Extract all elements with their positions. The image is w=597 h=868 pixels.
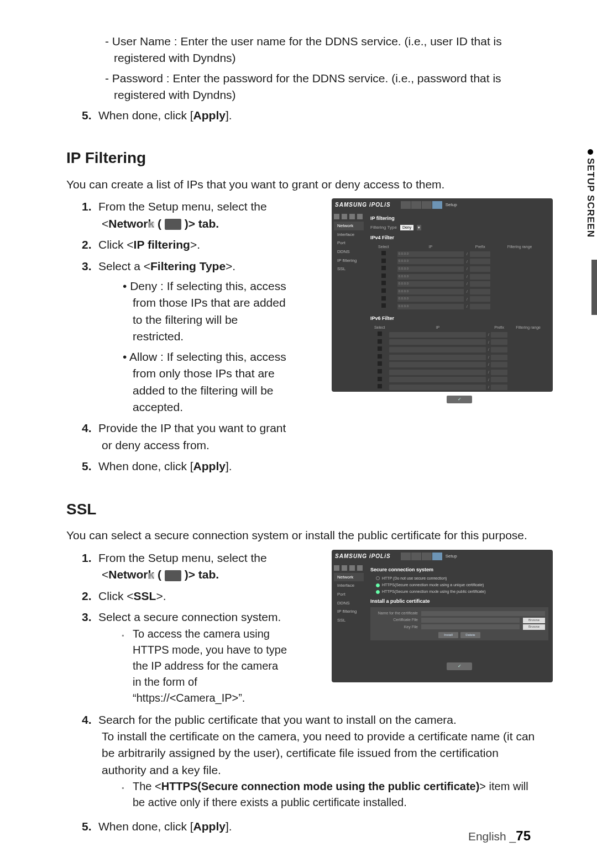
ipf-step3: 3.Select a <Filtering Type>. • Deny : If… bbox=[82, 258, 287, 416]
dash-password: - Password : Enter the password for the … bbox=[105, 70, 542, 104]
fig2-apply-button: ✓ bbox=[447, 662, 472, 670]
fig1-ipv4-table: SelectIPPrefixFiltering range 0.0.0.0/ 0… bbox=[370, 244, 548, 311]
footer-page-number: 75 bbox=[516, 828, 531, 843]
fig2-side-network: Network bbox=[334, 573, 364, 582]
side-tab-dot-icon bbox=[588, 149, 593, 155]
fig1-ftype-label: Filtering Type bbox=[370, 224, 397, 231]
fig1-dropdown-icon: ▾ bbox=[417, 225, 421, 230]
fig1-apply-button: ✓ bbox=[447, 396, 472, 403]
ssl-step4-note: The <HTTPS(Secure connection mode using … bbox=[122, 778, 542, 811]
side-thumb-index-stub bbox=[591, 260, 597, 315]
fig2-setup-label: Setup bbox=[446, 553, 457, 560]
ipf-step2: 2.Click <IP filtering>. bbox=[82, 236, 287, 253]
fig1-ipv6-table: SelectIPPrefixFiltering range / / / / / … bbox=[370, 324, 548, 391]
page-footer: English _75 bbox=[468, 827, 531, 846]
network-icon bbox=[165, 570, 181, 581]
ssl-intro: You can select a secure connection syste… bbox=[66, 527, 542, 544]
dash-username: - User Name : Enter the user name for th… bbox=[105, 33, 542, 67]
ssl-step3: 3.Select a secure connection system. To … bbox=[82, 609, 287, 706]
heading-ip-filtering: IP Filtering bbox=[66, 147, 542, 170]
fig2-sec1: Secure connection system bbox=[370, 566, 548, 574]
fig1-tabicons bbox=[401, 201, 442, 209]
ipfiltering-intro: You can create a list of IPs that you wa… bbox=[66, 176, 542, 193]
fig2-logo: SAMSUNG iPOLiS bbox=[335, 553, 391, 561]
ssl-step3-note: To access the camera using HTTPS mode, y… bbox=[122, 626, 287, 706]
fig1-title: IP filtering bbox=[370, 215, 548, 222]
ssl-steps: 1.From the Setup menu, select the <Netwo… bbox=[66, 550, 287, 706]
top-continuation: - User Name : Enter the user name for th… bbox=[66, 33, 542, 124]
footer-lang: English _ bbox=[468, 830, 516, 843]
fig1-logo: SAMSUNG iPOLiS bbox=[335, 201, 391, 209]
fig1-ipv6-label: IPv6 Filter bbox=[370, 315, 548, 322]
fig1-side-network: Network bbox=[334, 222, 364, 230]
ipf-bullet-allow: • Allow : If selecting this, access from… bbox=[123, 349, 287, 416]
top-step5: 5.When done, click [Apply]. bbox=[82, 107, 542, 124]
ipf-step5: 5.When done, click [Apply]. bbox=[82, 458, 287, 475]
heading-ssl: SSL bbox=[66, 498, 542, 521]
fig2-tabicons bbox=[401, 553, 442, 560]
fig2-sec2: Install a public certificate bbox=[370, 598, 548, 605]
fig1-sidebar: Network Interface Port DDNS IP filtering… bbox=[332, 212, 366, 410]
ipf-step1: 1.From the Setup menu, select the <Netwo… bbox=[82, 198, 287, 232]
figure-ipfiltering-screenshot: SAMSUNG iPOLiS Setup Network Interface P… bbox=[332, 198, 553, 392]
ssl-step1: 1.From the Setup menu, select the <Netwo… bbox=[82, 550, 287, 583]
fig1-ipv4-label: IPv4 Filter bbox=[370, 234, 548, 241]
ipfiltering-steps: 1.From the Setup menu, select the <Netwo… bbox=[66, 198, 287, 475]
ssl-step4: 4.Search for the public certificate that… bbox=[82, 712, 542, 811]
ssl-step2: 2.Click <SSL>. bbox=[82, 588, 287, 604]
network-icon bbox=[165, 219, 181, 230]
figure-ssl-screenshot: SAMSUNG iPOLiS Setup Network Interface P… bbox=[332, 550, 553, 682]
fig2-cert-box: Name for the certificate Certificate Fil… bbox=[370, 607, 548, 640]
fig1-ftype-value: Deny bbox=[400, 225, 413, 230]
ipf-step4: 4.Provide the IP that you want to grant … bbox=[82, 420, 287, 454]
fig2-sidebar: Network Interface Port DDNS IP filtering… bbox=[332, 563, 366, 677]
ipf-bullet-deny: • Deny : If selecting this, access from … bbox=[123, 278, 287, 345]
side-tab-setup-screen: SETUP SCREEN bbox=[578, 149, 597, 238]
fig1-setup-label: Setup bbox=[446, 202, 457, 208]
ssl-steps-cont: 4.Search for the public certificate that… bbox=[66, 712, 542, 835]
